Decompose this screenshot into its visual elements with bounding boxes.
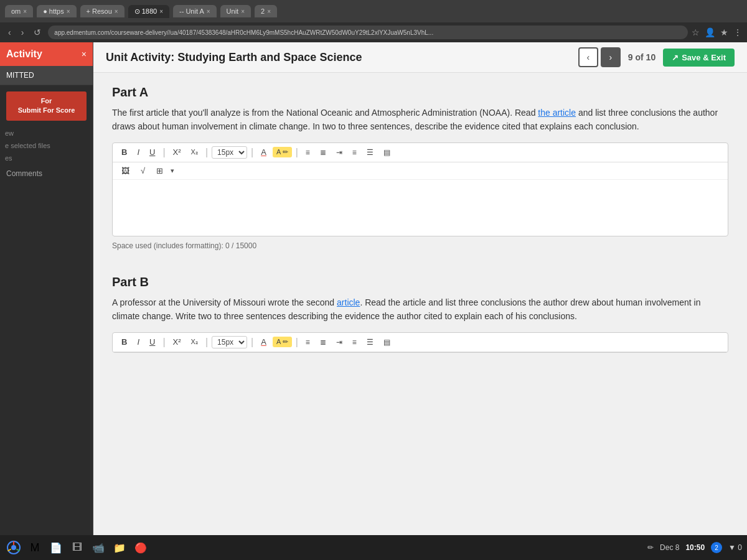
forward-button[interactable]: › [18,26,27,39]
sidebar-title: Activity [6,49,42,60]
align-right-button-b[interactable]: ▤ [380,337,394,348]
sidebar-item-label: MITTED [6,71,34,80]
underline-button-a[interactable]: U [146,146,159,158]
separator-b4: | [296,337,298,348]
indent-button-b[interactable]: ⇥ [332,337,346,348]
notification-icon[interactable]: 2 [711,542,722,553]
content-header: Unit Activity: Studying Earth and Space … [93,42,747,73]
image-button-a[interactable]: 🖼 [118,165,133,177]
tab-close[interactable]: × [159,8,163,15]
files-icon[interactable]: 📁 [111,539,128,556]
tab-unit[interactable]: Unit × [220,5,251,17]
sidebar: Activity × MITTED For Submit For Score e… [0,42,93,560]
extensions-icon[interactable]: ★ [720,27,728,37]
pencil-icon: ✏ [647,543,654,552]
unordered-list-button-a[interactable]: ≡ [302,147,314,158]
tab-close[interactable]: × [241,8,245,15]
separator-b3: | [251,337,253,348]
tab-unit-a[interactable]: -- Unit A × [173,5,217,17]
align-right-button-a[interactable]: ▤ [380,147,394,158]
tab-close[interactable]: × [67,8,70,15]
es-label: es [0,152,93,164]
cursor-area [112,263,728,275]
ordered-list-button-b[interactable]: ≣ [316,337,330,348]
main-content: Unit Activity: Studying Earth and Space … [93,42,747,560]
italic-button-b[interactable]: I [133,336,143,348]
save-exit-icon: ↗ [672,53,679,62]
docs-icon[interactable]: 📄 [47,539,65,556]
separator-a3: | [251,147,253,158]
sidebar-item-mitted[interactable]: MITTED [0,66,93,85]
part-a-description: The first article that you'll analyze is… [112,106,728,134]
submit-for-score-button[interactable]: For Submit For Score [6,91,87,121]
underline-button-b[interactable]: U [146,336,159,348]
bookmark-icon[interactable]: ☆ [692,27,700,37]
sidebar-header: Activity × [0,42,93,66]
align-left-button-b[interactable]: ≡ [349,337,360,348]
header-right: ‹ › 9 of 10 ↗ Save & Exit [578,47,735,67]
tab-2[interactable]: 2 × [255,5,277,17]
svg-point-1 [11,545,16,550]
tab-close[interactable]: × [23,8,27,15]
font-size-select-a[interactable]: 15px 12px 18px 24px [212,146,247,159]
table-button-a[interactable]: ⊞ [153,165,167,177]
sidebar-comments-button[interactable]: Comments [0,164,93,183]
nav-arrows: ‹ › [578,47,621,67]
back-button[interactable]: ‹ [5,26,14,39]
tab-close[interactable]: × [115,8,118,15]
part-a-text-area[interactable] [113,180,728,236]
superscript-button-a[interactable]: X² [169,146,185,158]
next-page-button[interactable]: › [601,47,621,67]
superscript-button-b[interactable]: X² [169,336,185,348]
ordered-list-button-a[interactable]: ≣ [316,147,330,158]
bold-button-a[interactable]: B [118,146,131,158]
browser-nav: ‹ › ↺ app.edmentum.com/courseware-delive… [0,22,747,42]
highlight-button-a[interactable]: A ✏ [273,147,292,157]
tab-close[interactable]: × [267,8,271,15]
align-center-button-a[interactable]: ☰ [363,147,377,158]
bold-button-b[interactable]: B [118,336,131,348]
tab-om[interactable]: om × [5,5,33,17]
address-bar[interactable]: app.edmentum.com/courseware-delivery//ua… [48,26,688,39]
tab-label: -- Unit A [179,7,204,15]
reload-button[interactable]: ↺ [31,26,44,39]
font-size-select-b[interactable]: 15px 12px 18px [212,336,247,348]
prev-page-button[interactable]: ‹ [578,47,598,67]
font-color-button-b[interactable]: A [257,336,270,348]
editor-toolbar-a: B I U | X² X₂ | 15px 12px 18px 24px | A [113,143,728,162]
save-exit-button[interactable]: ↗ Save & Exit [663,49,735,67]
part-a-article-link[interactable]: the article [538,108,576,118]
tab-label: om [11,7,21,15]
indent-button-a[interactable]: ⇥ [332,147,346,158]
highlight-button-b[interactable]: A ✏ [273,337,292,347]
slides-icon[interactable]: 🎞 [68,539,86,556]
separator-b2: | [205,337,208,348]
sidebar-close-button[interactable]: × [82,49,87,59]
formula-button-a[interactable]: √ [137,165,149,177]
video-icon[interactable]: 📹 [90,539,107,556]
subscript-button-a[interactable]: X₂ [187,147,202,157]
tab-close[interactable]: × [207,8,210,15]
tab-1880[interactable]: ⊙ 1880 × [128,5,169,18]
tab-resou[interactable]: + Resou × [80,5,125,17]
address-text: app.edmentum.com/courseware-delivery//ua… [54,29,433,36]
gmail-icon[interactable]: M [26,539,44,556]
next-arrow-icon: › [609,52,612,62]
app-icon[interactable]: 🔴 [132,539,149,556]
font-color-button-a[interactable]: A [257,146,270,158]
unordered-list-button-b[interactable]: ≡ [302,337,314,348]
app-container: Activity × MITTED For Submit For Score e… [0,42,747,560]
part-b-article-link[interactable]: article [337,297,360,307]
page-title: Unit Activity: Studying Earth and Space … [106,51,362,64]
menu-icon[interactable]: ⋮ [733,27,742,37]
part-a-text-before: The first article that you'll analyze is… [112,108,538,118]
italic-button-a[interactable]: I [133,146,143,158]
align-center-button-b[interactable]: ☰ [363,337,377,348]
profile-icon[interactable]: 👤 [705,27,715,37]
subscript-button-b[interactable]: X₂ [187,337,202,347]
dropdown-icon-a[interactable]: ▾ [171,167,174,175]
align-left-button-a[interactable]: ≡ [349,147,360,158]
tab-https[interactable]: ● https × [37,5,76,17]
chrome-icon[interactable] [5,539,22,556]
taskbar-right: ✏ Dec 8 10:50 2 ▼ 0 [647,542,742,553]
